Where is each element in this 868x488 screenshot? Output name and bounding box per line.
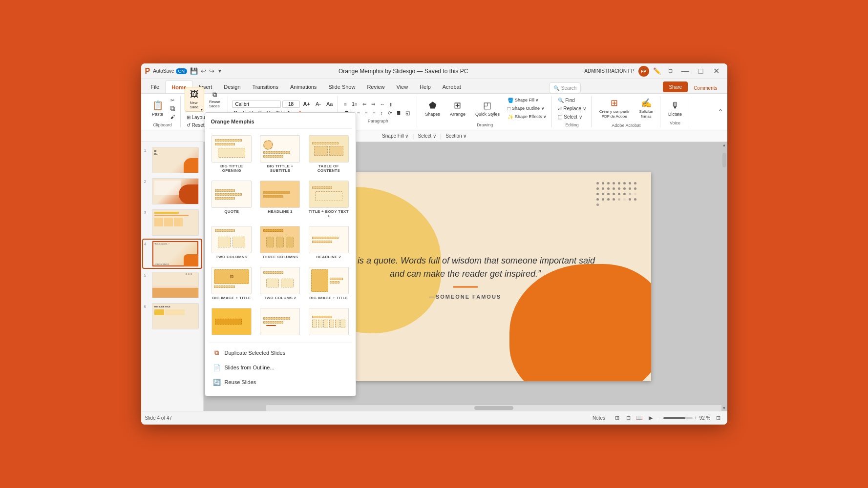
- select-button[interactable]: ⬚ Select ∨: [556, 113, 588, 121]
- layout-title-design-1[interactable]: TITLE DESIGN 1: [257, 305, 303, 338]
- bullet-list-button[interactable]: ≡: [342, 101, 349, 108]
- slide-thumb-3[interactable]: 3: [143, 208, 201, 237]
- snape-fill-button[interactable]: Snape Fill ∨: [380, 132, 410, 140]
- zoom-percent[interactable]: 92 %: [699, 415, 711, 421]
- minimize-button[interactable]: —: [678, 64, 692, 78]
- zoom-in-button[interactable]: +: [695, 415, 698, 421]
- slide-thumb-5[interactable]: 5: [143, 271, 201, 299]
- maximize-button[interactable]: □: [694, 64, 708, 78]
- dictate-button[interactable]: 🎙 Dictate: [664, 99, 686, 119]
- indent-decrease-button[interactable]: ⇐: [360, 101, 368, 108]
- columns-button[interactable]: ⫿: [388, 101, 394, 108]
- scroll-down-arrow[interactable]: ▼: [721, 405, 727, 411]
- layout-big-text[interactable]: BIG TEXT: [209, 305, 254, 338]
- arrange-button[interactable]: ⊞ Arrange: [446, 98, 469, 119]
- slide-thumb-1[interactable]: 1 HIW...: [143, 146, 201, 174]
- font-family-selector[interactable]: Calibri: [232, 101, 281, 108]
- align-right-button[interactable]: ≡: [363, 109, 370, 117]
- zoom-slider[interactable]: [663, 417, 693, 419]
- shape-fill-button[interactable]: 🪣 Shape Fill ∨: [506, 97, 549, 104]
- layout-quote[interactable]: QUOTE: [209, 178, 254, 221]
- tab-file[interactable]: File: [145, 81, 166, 93]
- font-increase-button[interactable]: A+: [301, 100, 312, 108]
- align-center-button[interactable]: ≡: [355, 109, 362, 117]
- quick-styles-button[interactable]: ◰ Quick Styles: [471, 98, 504, 119]
- undo-icon[interactable]: ↩: [201, 67, 206, 75]
- font-size-selector[interactable]: 18: [282, 101, 300, 108]
- text-direction-button[interactable]: ⟳: [386, 109, 394, 117]
- numbered-list-button[interactable]: 1≡: [350, 101, 359, 108]
- fit-to-window-icon[interactable]: ⊡: [714, 413, 723, 423]
- shape-outline-button[interactable]: □ Shape Outline ∨: [506, 105, 549, 112]
- align-text-button[interactable]: ≣: [395, 109, 402, 117]
- autosave-toggle[interactable]: AutoSave ON: [153, 68, 187, 74]
- justify-button[interactable]: ≡: [371, 109, 378, 117]
- paste-button[interactable]: 📋 Paste: [148, 98, 168, 119]
- pen-icon[interactable]: ✏️: [651, 65, 663, 77]
- layout-big-image-title-2[interactable]: BIG IMAGE + TITLE: [306, 264, 351, 303]
- tab-slideshow[interactable]: Slide Show: [322, 81, 361, 93]
- layout-two-columns-2[interactable]: TWO COLUMS 2: [257, 264, 303, 303]
- slides-from-outline-button[interactable]: 📄 Slides from Outline...: [209, 361, 352, 374]
- slide-thumb-6[interactable]: 6 THE SLIDE TITLE: [143, 302, 201, 330]
- layout-big-tittle-subtitle[interactable]: BIG TITTLE + SUBTITLE: [257, 142, 303, 175]
- rtl-button[interactable]: ↔: [378, 101, 387, 108]
- duplicate-slides-button[interactable]: ⧉ Duplicate Selected Slides: [209, 346, 352, 360]
- find-button[interactable]: 🔍 Find: [556, 97, 588, 104]
- tab-review[interactable]: Review: [361, 81, 390, 93]
- slideshow-view-icon[interactable]: ▶: [646, 413, 656, 423]
- layout-title-body-1[interactable]: TITLE + BODY TEXT 1: [306, 178, 351, 221]
- indent-increase-button[interactable]: ⇒: [369, 101, 377, 108]
- format-painter-button[interactable]: 🖌: [169, 113, 177, 121]
- redo-icon[interactable]: ↪: [209, 67, 214, 75]
- layout-big-image-title[interactable]: 🖼 BIG IMAGE + TITLE: [209, 264, 254, 303]
- scroll-handle[interactable]: [722, 153, 726, 167]
- layout-headline-2[interactable]: HEADLINE 2: [306, 224, 351, 262]
- replace-button[interactable]: ⇌ Replace ∨: [556, 105, 588, 112]
- layout-big-tittle-opening[interactable]: BIG TITTLE OPENING: [209, 142, 254, 175]
- quick-access-icon[interactable]: ▼: [217, 68, 222, 74]
- font-decrease-button[interactable]: A-: [314, 100, 323, 108]
- reuse-slides-button[interactable]: ⧉ ReuseSlides: [205, 89, 225, 110]
- search-input[interactable]: Search: [561, 85, 577, 91]
- tab-view[interactable]: View: [391, 81, 414, 93]
- ribbon-collapse-arrow[interactable]: ⌃: [718, 108, 723, 116]
- request-signatures-button[interactable]: ✍ Solicitarfirmas: [635, 96, 657, 121]
- tab-help[interactable]: Help: [414, 81, 437, 93]
- layout-headline-1[interactable]: HEADLINE 1: [257, 178, 303, 221]
- shape-effects-button[interactable]: ✨ Shape Effects ∨: [506, 113, 549, 121]
- layout-table-of-contents[interactable]: TABLE OF CONTENTS: [306, 142, 351, 175]
- tab-acrobat[interactable]: Acrobat: [437, 81, 467, 93]
- copy-button[interactable]: ⿻: [169, 105, 177, 112]
- zoom-out-button[interactable]: −: [658, 415, 661, 421]
- clear-format-button[interactable]: Aa: [324, 100, 335, 108]
- close-button[interactable]: ✕: [710, 64, 723, 78]
- select-button-2[interactable]: Select ∨: [416, 132, 438, 140]
- autosave-toggle-on[interactable]: ON: [176, 68, 188, 74]
- cut-button[interactable]: ✂: [169, 97, 177, 104]
- shapes-button[interactable]: ⬟ Shapes: [421, 98, 444, 119]
- layout-six-columns-1[interactable]: SIX COLUMNS 1: [306, 305, 351, 338]
- share-button[interactable]: Share: [663, 81, 688, 92]
- tab-animations[interactable]: Animations: [284, 81, 322, 93]
- slide-thumb-4[interactable]: 4 "This is a quote..." —SOMEONE FAMOUS: [143, 240, 201, 268]
- layout-two-columns[interactable]: TWO COLUMNS: [209, 224, 254, 262]
- new-slide-button[interactable]: 🖼 NewSlide ▼: [185, 87, 204, 112]
- adobe-pdf-button[interactable]: ⊞ Crear y compartirPDF de Adobe: [595, 96, 634, 121]
- slide-sorter-icon[interactable]: ⊟: [623, 413, 633, 423]
- line-spacing-button[interactable]: ↕: [379, 109, 385, 117]
- horizontal-scroll-handle[interactable]: [474, 406, 513, 410]
- layout-three-columns[interactable]: THREE COLUMNS: [257, 224, 303, 262]
- comments-button[interactable]: Comments: [688, 82, 723, 93]
- section-button-2[interactable]: Section ∨: [444, 132, 468, 140]
- save-icon[interactable]: 💾: [190, 67, 198, 75]
- smartart-button[interactable]: ◱: [403, 109, 412, 117]
- slide-thumb-2[interactable]: 2: [143, 177, 201, 205]
- tab-transitions[interactable]: Transitions: [247, 81, 284, 93]
- scroll-up-arrow[interactable]: ▲: [721, 142, 727, 148]
- reuse-slides-action-button[interactable]: 🔄 Reuse Slides: [209, 375, 352, 389]
- ribbon-collapse-icon[interactable]: ⊟: [665, 65, 677, 77]
- reading-view-icon[interactable]: 📖: [635, 413, 644, 423]
- notes-button[interactable]: Notes: [589, 414, 609, 422]
- normal-view-icon[interactable]: ⊞: [612, 413, 622, 423]
